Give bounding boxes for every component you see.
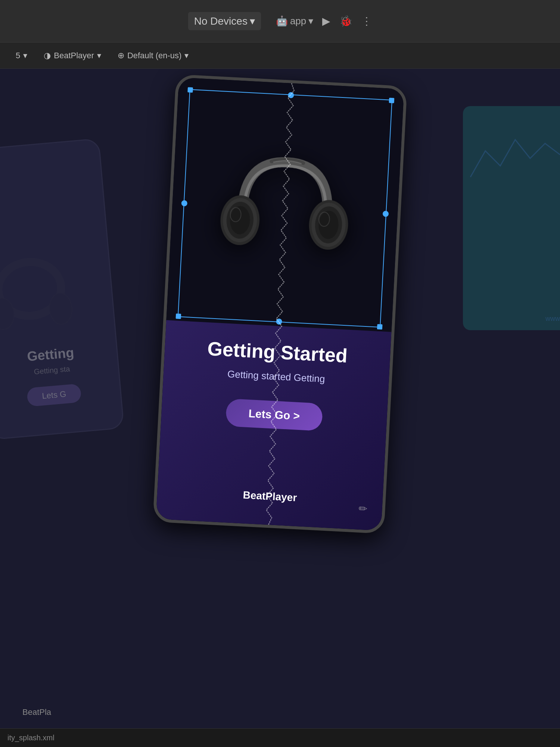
theme-selector[interactable]: ◑ BeatPlayer ▾ (39, 49, 106, 63)
theme-label: BeatPlayer (54, 51, 94, 61)
locale-label: Default (en-us) (127, 51, 182, 61)
handle-left-center[interactable] (181, 200, 187, 206)
branding-label: BeatPlayer (243, 489, 297, 504)
app-button[interactable]: 🤖 app ▾ (276, 15, 313, 27)
version-label: 5 (16, 51, 20, 61)
version-selector[interactable]: 5 ▾ (11, 49, 32, 63)
device-label: No Devices (194, 15, 248, 27)
svg-point-1 (0, 297, 15, 331)
handle-bottom-center[interactable] (276, 319, 282, 325)
svg-point-2 (48, 292, 73, 325)
corner-handle-br[interactable] (377, 324, 383, 330)
lets-go-button[interactable]: Lets Go > (225, 399, 323, 431)
bg-phone-subtitle: Getting sta (34, 365, 70, 376)
getting-started-subtitle: Getting started Getting (227, 368, 325, 385)
getting-started-section: Getting Started Getting started Getting … (156, 320, 391, 531)
bg-phone-left-content: Getting Getting sta Lets G (0, 138, 124, 440)
corner-handle-tr[interactable] (389, 98, 395, 103)
top-toolbar: No Devices ▾ 🤖 app ▾ ▶ 🐞 ⋮ (0, 0, 560, 43)
bg-headphone-icon (0, 252, 95, 357)
device-dropdown-arrow: ▾ (250, 15, 255, 27)
headphone-area (166, 77, 404, 332)
edit-icon: ✏ (358, 502, 368, 515)
device-selector[interactable]: No Devices ▾ (188, 12, 261, 30)
filename-bar: ity_splash.xml (0, 728, 560, 747)
bg-bottom-left-label: BeatPla (22, 707, 51, 717)
sub-toolbar: 5 ▾ ◑ BeatPlayer ▾ ⊕ Default (en-us) ▾ (0, 43, 560, 69)
android-icon: 🤖 (276, 15, 288, 27)
main-phone: Getting Started Getting started Getting … (153, 74, 407, 534)
corner-handle-tl[interactable] (187, 87, 193, 93)
corner-handle-bl[interactable] (176, 314, 181, 319)
theme-icon: ◑ (44, 51, 51, 61)
getting-started-title: Getting Started (207, 337, 348, 367)
bg-teal-panel: www (463, 106, 560, 330)
debug-button[interactable]: 🐞 (339, 15, 352, 27)
locale-dropdown-arrow: ▾ (184, 51, 189, 61)
toolbar-right: 🤖 app ▾ ▶ 🐞 ⋮ (276, 15, 372, 27)
headphone-image (211, 130, 360, 279)
handle-top-center[interactable] (288, 92, 294, 98)
phone-screen: Getting Started Getting started Getting … (156, 77, 404, 531)
locale-selector[interactable]: ⊕ Default (en-us) ▾ (113, 49, 193, 63)
app-dropdown-arrow: ▾ (308, 15, 313, 27)
run-button[interactable]: ▶ (322, 15, 330, 27)
version-dropdown-arrow: ▾ (23, 51, 27, 61)
app-label: app (290, 15, 306, 27)
canvas-area: Getting Getting sta Lets G www (0, 69, 560, 747)
filename-label: ity_splash.xml (7, 734, 55, 742)
bg-phone-button: Lets G (27, 384, 82, 407)
globe-icon: ⊕ (118, 51, 124, 61)
handle-right-center[interactable] (383, 211, 389, 217)
theme-dropdown-arrow: ▾ (97, 51, 101, 61)
more-options-button[interactable]: ⋮ (361, 15, 372, 27)
